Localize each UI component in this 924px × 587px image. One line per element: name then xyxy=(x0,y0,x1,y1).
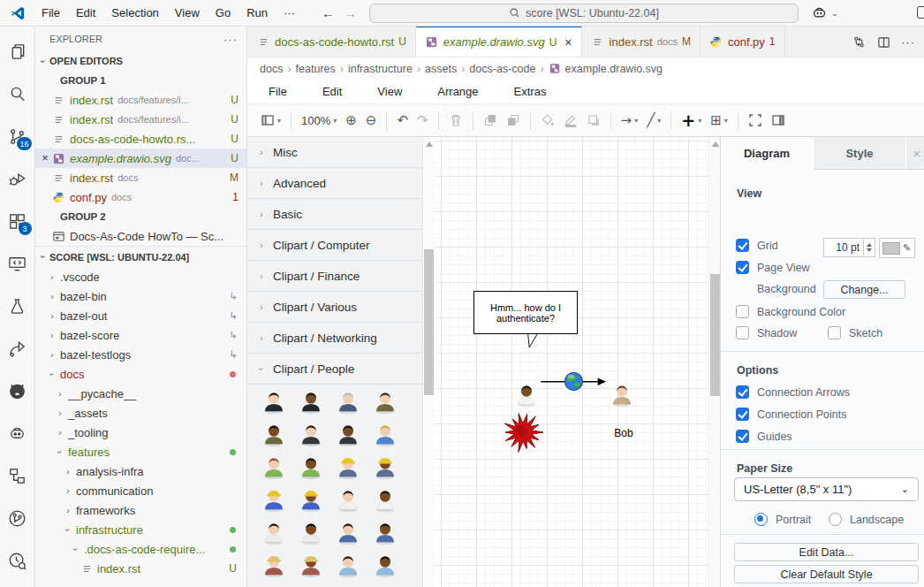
tree-item[interactable]: .vscode xyxy=(35,267,246,286)
person-shape[interactable] xyxy=(261,520,287,546)
menu-item[interactable]: Selection xyxy=(104,4,165,22)
tab-diagram[interactable]: Diagram xyxy=(721,137,814,170)
tree-item[interactable]: .docs-as-code-require... xyxy=(35,539,246,559)
fullscreen-button[interactable] xyxy=(744,113,767,127)
tree-item[interactable]: bazel-bin ↳ xyxy=(35,286,246,306)
chevron-down-icon[interactable]: ⌄ xyxy=(831,9,838,18)
person-shape[interactable] xyxy=(261,389,287,415)
alice-person-shape[interactable] xyxy=(513,382,540,408)
tree-item[interactable]: infrastructure xyxy=(35,520,246,539)
paper-size-select[interactable]: US-Letter (8,5" x 11") ⌄ xyxy=(734,477,919,501)
more-actions-icon[interactable]: ··· xyxy=(223,33,238,46)
person-shape[interactable] xyxy=(335,389,361,415)
testing-activity-item[interactable] xyxy=(0,285,35,327)
palette-section[interactable]: Basic xyxy=(247,199,422,230)
drawio-menu-item[interactable]: Edit xyxy=(315,82,349,101)
open-editor-item[interactable]: index.rst docs/features/i... U xyxy=(35,110,246,129)
person-shape[interactable] xyxy=(261,454,287,481)
scroll-up-icon[interactable] xyxy=(426,141,433,147)
breadcrumb-item[interactable]: example.drawio.svg › xyxy=(549,63,663,75)
edit-data-button[interactable]: Edit Data... xyxy=(734,543,919,561)
canvas-scrollbar[interactable] xyxy=(708,137,720,587)
open-editor-item[interactable]: docs-as-code-howto.rs... U xyxy=(35,129,246,149)
person-shape[interactable] xyxy=(261,422,287,448)
tree-item[interactable]: communication xyxy=(35,481,246,500)
menu-item[interactable]: Edit xyxy=(69,4,102,22)
scrollbar-thumb[interactable] xyxy=(424,249,434,395)
portrait-radio[interactable] xyxy=(754,513,768,526)
fill-color-button[interactable] xyxy=(536,113,559,127)
person-shape[interactable] xyxy=(298,487,324,514)
waypoints-button[interactable]: → ▾ xyxy=(617,112,643,128)
line-color-button[interactable] xyxy=(559,113,582,127)
person-shape[interactable] xyxy=(261,553,287,579)
breadcrumb-item[interactable]: infrastructure › xyxy=(348,63,420,75)
example-drawio-svg-tab[interactable]: example.drawio.svg U × xyxy=(416,27,582,57)
grid-size-stepper[interactable] xyxy=(863,238,875,257)
source-control-activity-item[interactable]: 16 xyxy=(0,115,35,157)
drawio-menu-item[interactable]: View xyxy=(370,82,409,101)
starburst-shape[interactable] xyxy=(503,412,543,453)
palette-section[interactable]: Clipart / Computer xyxy=(247,230,422,261)
drawio-menu-item[interactable]: File xyxy=(261,82,294,101)
drawio-hierarchy-activity-item[interactable] xyxy=(0,454,35,497)
landscape-radio[interactable] xyxy=(829,513,842,526)
zoom-in-button[interactable]: ⊕ xyxy=(341,112,361,128)
person-shape[interactable] xyxy=(298,422,324,448)
scrollbar-thumb[interactable] xyxy=(710,274,720,396)
sketch-checkbox[interactable] xyxy=(828,326,841,339)
globe-shape[interactable] xyxy=(563,370,585,393)
more-actions-icon[interactable]: ··· xyxy=(901,35,915,49)
redo-button[interactable]: ↷ xyxy=(413,112,433,128)
back-arrow-icon[interactable]: ← xyxy=(322,5,335,20)
breadcrumb-item[interactable]: docs-as-code › xyxy=(469,63,543,75)
person-shape[interactable] xyxy=(372,389,398,415)
person-shape[interactable] xyxy=(335,454,361,481)
option-checkbox[interactable] xyxy=(736,385,749,399)
extensions-activity-item[interactable]: 3 xyxy=(0,200,35,242)
delete-button[interactable] xyxy=(444,113,467,127)
table-button[interactable]: ⊞ ▾ xyxy=(706,112,732,128)
layout-panel-icon[interactable] xyxy=(917,6,924,19)
copilot-chat-activity-item[interactable] xyxy=(0,412,35,454)
person-shape[interactable] xyxy=(298,454,324,481)
conf-py-tab[interactable]: conf.py 1 xyxy=(701,27,785,57)
tree-item[interactable]: _tooling xyxy=(35,423,246,442)
connection-button[interactable]: ╱ ▾ xyxy=(642,112,665,128)
person-shape[interactable] xyxy=(261,487,287,514)
shadow-checkbox[interactable] xyxy=(736,326,749,339)
speech-bubble-shape[interactable]: Hmm... how do I authenticate? xyxy=(473,291,578,334)
person-shape[interactable] xyxy=(372,520,398,546)
close-icon[interactable]: × xyxy=(564,35,572,50)
workspace-section[interactable]: SCORE [WSL: UBUNTU-22.04] xyxy=(35,246,246,267)
person-shape[interactable] xyxy=(298,389,324,415)
person-shape[interactable] xyxy=(335,553,361,579)
person-shape[interactable] xyxy=(372,422,398,448)
grid-checkbox[interactable] xyxy=(736,239,749,252)
remote-explorer-activity-item[interactable] xyxy=(0,242,35,285)
change-background-button[interactable]: Change... xyxy=(823,280,905,299)
person-shape[interactable] xyxy=(335,520,361,546)
palette-section[interactable]: Advanced xyxy=(247,168,422,199)
person-shape[interactable] xyxy=(298,520,324,546)
drawio-menu-item[interactable]: Arrange xyxy=(430,82,485,101)
git-history-activity-item[interactable] xyxy=(0,539,35,582)
background-color-checkbox[interactable] xyxy=(736,305,749,318)
copilot-icon[interactable] xyxy=(811,4,828,21)
palette-scrollbar[interactable] xyxy=(422,137,435,587)
tab-style[interactable]: Style xyxy=(814,137,906,169)
view-panels-button[interactable]: ▾ xyxy=(256,113,285,127)
close-icon[interactable]: × xyxy=(913,146,920,161)
person-shape[interactable] xyxy=(372,553,398,579)
tree-item[interactable]: analysis-infra xyxy=(35,461,246,481)
git-graph-activity-item[interactable] xyxy=(0,497,35,539)
open-editor-item[interactable]: × example.drawio.svg doc... U xyxy=(35,149,246,168)
menu-item[interactable]: Go xyxy=(208,4,238,22)
tree-item[interactable]: __pycache__ xyxy=(35,384,246,403)
to-front-button[interactable] xyxy=(479,113,502,127)
tree-item[interactable]: bazel-testlogs ↳ xyxy=(35,345,246,364)
split-editor-icon[interactable] xyxy=(876,34,890,49)
person-shape[interactable] xyxy=(335,487,361,514)
scroll-up-icon[interactable] xyxy=(712,141,719,147)
tree-item[interactable]: bazel-out ↳ xyxy=(35,306,246,325)
